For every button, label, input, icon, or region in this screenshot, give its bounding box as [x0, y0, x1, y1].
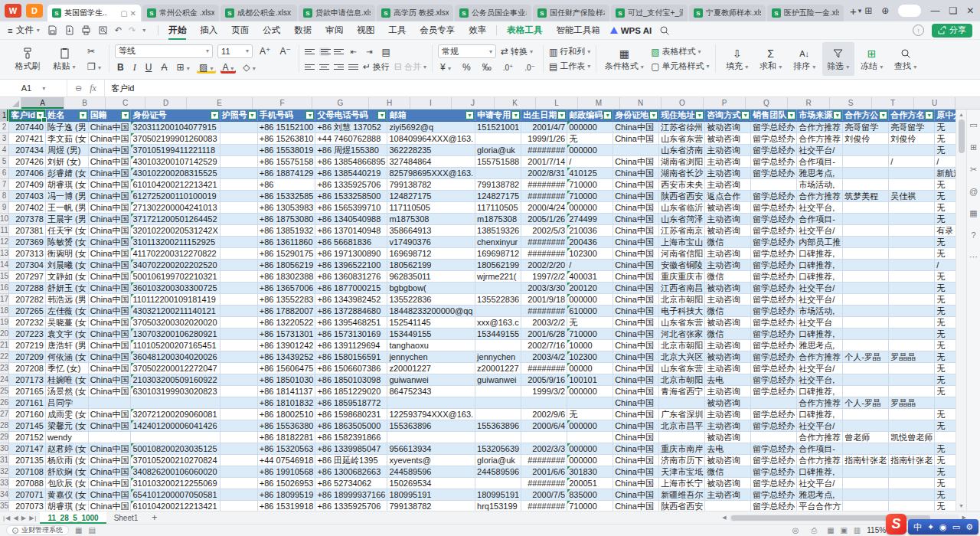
cell[interactable]: +86 1877000215	[315, 282, 387, 293]
cell[interactable]: 370502199901260083	[131, 132, 220, 144]
row-number[interactable]: 13	[0, 247, 9, 259]
wrap-text-button[interactable]: ↵换行	[363, 61, 390, 73]
menu-item-11[interactable]: 表格工具	[500, 21, 549, 40]
strikethrough-button[interactable]: A	[158, 61, 169, 74]
cell[interactable]: 207440	[9, 121, 46, 132]
cell[interactable]: China中国	[613, 316, 659, 328]
cell[interactable]: +86 1372884680	[315, 305, 387, 316]
row-number[interactable]: 30	[0, 443, 9, 454]
cell[interactable]: 主动咨询	[705, 155, 751, 167]
cell[interactable]: 2005/1/26	[521, 213, 567, 224]
cell[interactable]: 北京市朝阳	[659, 339, 705, 351]
cell[interactable]: gloria@uk	[475, 144, 521, 155]
cell[interactable]	[889, 213, 935, 224]
sheet-tab-active[interactable]: 11_28_5_1000	[40, 511, 106, 524]
cell[interactable]: China中国	[613, 362, 659, 374]
cell[interactable]	[475, 282, 521, 293]
cell[interactable]	[475, 305, 521, 316]
cell[interactable]	[521, 431, 567, 443]
cloud-sync-icon[interactable]: ↑	[913, 25, 924, 36]
row-number[interactable]: 28	[0, 420, 9, 431]
cell[interactable]: 江苏省南京	[659, 224, 705, 236]
cell[interactable]	[889, 477, 935, 489]
cell[interactable]: 留学总经办	[751, 500, 797, 511]
wps-ai-button[interactable]: WPS AI	[610, 26, 652, 35]
column-header-cell[interactable]: 咨询方式▼	[705, 109, 751, 121]
row-number[interactable]: 17	[0, 293, 9, 305]
cell[interactable]: 200120	[567, 282, 613, 293]
cell[interactable]: 2003/4/2	[521, 351, 567, 362]
cell[interactable]: 冯一博 (男	[45, 190, 88, 201]
cell[interactable]: 任天宇 (女	[45, 224, 88, 236]
cell[interactable]: China中国	[88, 224, 131, 236]
cell[interactable]: +86 18141137	[257, 385, 315, 397]
filter-dropdown-icon[interactable]: ▼	[557, 111, 566, 119]
cell[interactable]	[220, 293, 257, 305]
cell[interactable]: 310113200211152925	[131, 236, 220, 247]
conditional-format-button[interactable]: ▦ 条件格式 ▾	[602, 42, 646, 76]
cell[interactable]: 微信	[705, 270, 751, 282]
row-number[interactable]: 29	[0, 431, 9, 443]
align-right-icon[interactable]	[334, 64, 344, 70]
row-number[interactable]: 26	[0, 397, 9, 408]
cell[interactable]: 500108200203035125	[131, 443, 220, 454]
align-top-icon[interactable]	[305, 49, 315, 54]
cell[interactable]: 358664913	[387, 224, 475, 236]
cell[interactable]: 平台合作方	[797, 500, 843, 511]
cell[interactable]: China中国	[88, 293, 131, 305]
thousands-button[interactable]: ‰	[480, 61, 494, 74]
cell[interactable]: 2003/3/30	[521, 282, 567, 293]
file-menu-button[interactable]: ≡ 文件 ▾	[8, 25, 40, 36]
cell[interactable]: 微信	[705, 305, 751, 316]
filter-dropdown-icon[interactable]: ▼	[466, 111, 474, 119]
cell[interactable]: China中国	[88, 351, 131, 362]
cell[interactable]: ########	[521, 454, 567, 466]
cell[interactable]: 207313	[9, 247, 46, 259]
cell[interactable]	[220, 397, 257, 408]
column-header-cell[interactable]: 出生日期▼	[521, 109, 567, 121]
cell[interactable]: 207165	[9, 385, 46, 397]
align-middle-icon[interactable]	[319, 47, 329, 56]
cell[interactable]: 新疆维吾尔	[659, 489, 705, 500]
row-number[interactable]: 8	[0, 190, 9, 201]
cell[interactable]: +86 18753080	[257, 213, 315, 224]
cell[interactable]: 北京大兴区	[659, 351, 705, 362]
underline-button[interactable]: U	[143, 61, 155, 74]
cell[interactable]: 710000	[567, 190, 613, 201]
cell[interactable]: 000000	[567, 454, 613, 466]
cell[interactable]: 留学总经办	[751, 190, 797, 201]
cell[interactable]: China中国	[88, 443, 131, 454]
cell[interactable]	[889, 408, 935, 420]
cell[interactable]: 罗晶晶	[889, 397, 935, 408]
cell[interactable]: +86 周煜155380	[315, 144, 387, 155]
cell[interactable]: guiwanwei	[475, 374, 521, 385]
cell[interactable]: bgbgbow(	[387, 282, 475, 293]
undo-icon[interactable]: ↶	[115, 25, 122, 35]
column-header-cell[interactable]: 护照号▼	[220, 109, 257, 121]
cell[interactable]: 被动咨询	[705, 132, 751, 144]
cell[interactable]	[843, 155, 889, 167]
cell[interactable]: China中国	[613, 397, 659, 408]
layout-icon[interactable]: ⊞	[970, 142, 977, 152]
cell[interactable]: 去电	[705, 374, 751, 385]
cell[interactable]: 江西省南昌	[659, 282, 705, 293]
cell[interactable]: 207409	[9, 178, 46, 190]
cell[interactable]: 社交平台	[797, 316, 843, 328]
cell[interactable]: 360481200304020026	[131, 351, 220, 362]
cell[interactable]: 207297	[9, 270, 46, 282]
cell[interactable]: 留学总经办	[751, 374, 797, 385]
cell[interactable]: ########	[521, 477, 567, 489]
cell[interactable]: 留学总经办	[751, 408, 797, 420]
cell[interactable]	[220, 431, 257, 443]
cell[interactable]: 207160	[9, 408, 46, 420]
row-number[interactable]: 5	[0, 155, 9, 167]
cell[interactable]: +86 1533258500	[315, 190, 387, 201]
cell[interactable]: 108409964XXX@163.	[387, 132, 475, 144]
cell[interactable]: China中国	[613, 155, 659, 167]
cell[interactable]: China中国	[613, 167, 659, 178]
cell[interactable]: +86 1339985047	[315, 443, 387, 454]
cell[interactable]: 留学总经办	[751, 167, 797, 178]
merge-cells-button[interactable]: ⊟合并▾	[394, 61, 426, 73]
cell[interactable]: 2002/3/3	[521, 443, 567, 454]
column-header-cell[interactable]: 合作方名▼	[889, 109, 935, 121]
